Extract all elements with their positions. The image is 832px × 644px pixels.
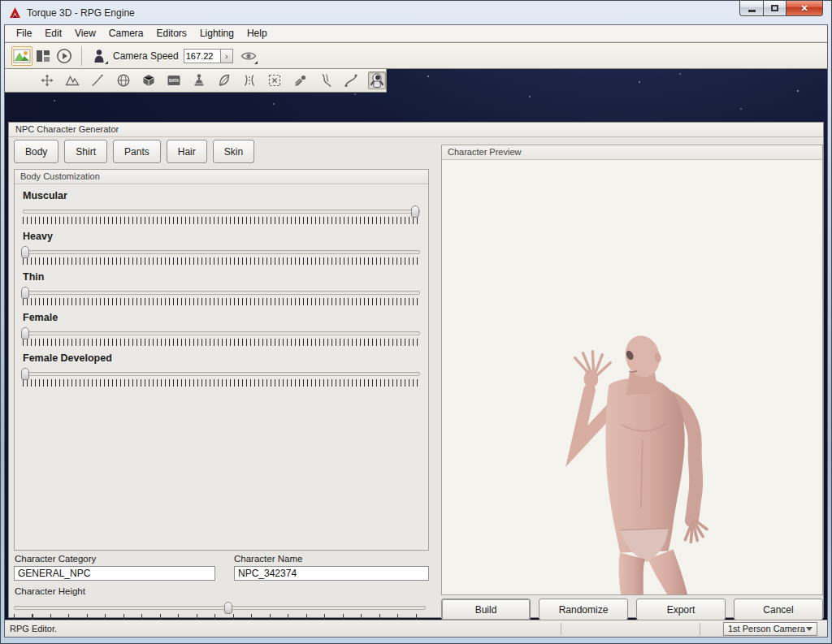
dropdown-corner-icon — [254, 61, 258, 64]
mission-area-editor-button[interactable] — [266, 71, 283, 89]
particle-editor-icon — [293, 73, 308, 88]
path-editor-icon — [344, 73, 358, 88]
height-slider-ticks — [14, 614, 426, 620]
female-slider-handle[interactable] — [21, 327, 29, 339]
slider-thin: Thin — [23, 271, 420, 305]
river-editor-button[interactable] — [318, 71, 334, 89]
muscular-slider-handle[interactable] — [411, 205, 419, 218]
datablock-editor-button[interactable]: DATA — [166, 71, 182, 89]
forest-editor-button[interactable] — [216, 71, 232, 89]
world-editor-icon — [40, 73, 54, 88]
slider-female: Female — [23, 312, 420, 346]
character-category-label: Character Category — [15, 554, 96, 564]
slider-ticks — [23, 379, 420, 387]
thin-slider-handle[interactable] — [21, 287, 29, 299]
gui-editor-icon — [36, 50, 50, 63]
terrain-painter-button[interactable] — [89, 71, 106, 89]
title-bar: Torque 3D - RPG Engine ✕ — [1, 1, 831, 24]
thin-slider-track[interactable] — [23, 291, 420, 295]
menu-file[interactable]: File — [10, 26, 38, 41]
female-developed-slider-track[interactable] — [23, 372, 420, 376]
menu-lighting[interactable]: Lighting — [193, 26, 240, 41]
muscular-slider-track[interactable] — [23, 210, 420, 214]
menu-help[interactable]: Help — [240, 26, 274, 41]
road-editor-icon — [242, 73, 257, 88]
forest-editor-icon — [217, 73, 232, 88]
material-editor-button[interactable] — [115, 71, 131, 89]
build-button[interactable]: Build — [441, 599, 531, 620]
minimize-button[interactable] — [739, 1, 764, 16]
menu-edit[interactable]: Edit — [38, 26, 68, 41]
npc-character-generator-dialog: NPC Character Generator Body Shirt Pants… — [8, 122, 824, 618]
close-button[interactable]: ✕ — [786, 1, 823, 16]
play-icon — [56, 48, 72, 64]
gui-editor-button[interactable] — [32, 46, 54, 66]
female-developed-slider-handle[interactable] — [21, 368, 29, 380]
slider-heavy: Heavy — [23, 231, 420, 265]
camera-speed-spinner[interactable]: › — [221, 49, 233, 63]
decal-editor-button[interactable] — [191, 71, 207, 89]
particle-editor-button[interactable] — [292, 71, 309, 89]
randomize-button[interactable]: Randomize — [539, 599, 628, 620]
character-preview-panel: Character Preview — [441, 145, 823, 595]
camera-mode-dropdown[interactable]: 1st Person Camera — [723, 622, 817, 636]
cancel-button[interactable]: Cancel — [734, 599, 823, 620]
status-bar: RPG Editor. 1st Person Camera — [5, 620, 827, 637]
tab-pants[interactable]: Pants — [113, 140, 161, 163]
body-customization-panel: Body Customization Muscular Heavy — [14, 169, 429, 551]
torque-logo-icon — [8, 6, 22, 19]
export-button[interactable]: Export — [636, 599, 726, 620]
camera-speed-label: Camera Speed — [113, 50, 179, 62]
camera-speed-input[interactable] — [184, 49, 221, 63]
terrain-editor-icon — [65, 73, 80, 88]
female-slider-track[interactable] — [23, 331, 420, 335]
shape-editor-button[interactable] — [141, 71, 157, 89]
main-toolbar: Camera Speed › — [5, 42, 827, 69]
rpg-editor-icon — [369, 72, 385, 89]
maximize-button[interactable] — [764, 1, 786, 16]
slider-ticks — [23, 217, 420, 224]
heavy-slider-track[interactable] — [23, 250, 420, 254]
scene-editor-icon — [13, 49, 31, 63]
dialog-title: NPC Character Generator — [9, 123, 823, 137]
visibility-button[interactable] — [238, 46, 259, 66]
height-slider-track[interactable] — [14, 606, 426, 610]
tab-hair[interactable]: Hair — [167, 140, 207, 163]
play-button[interactable] — [54, 46, 75, 66]
character-name-input[interactable] — [234, 566, 429, 581]
maximize-icon — [771, 5, 778, 11]
character-category-input[interactable] — [14, 566, 215, 581]
tab-skin[interactable]: Skin — [213, 140, 254, 163]
player-camera-button[interactable] — [89, 46, 110, 66]
menu-editors[interactable]: Editors — [150, 26, 193, 41]
scene-editor-button[interactable] — [11, 46, 32, 66]
menu-camera[interactable]: Camera — [102, 26, 150, 41]
chevron-down-icon — [806, 627, 812, 631]
svg-text:DATA: DATA — [169, 79, 180, 83]
editor-tool-strip: DATA — [5, 69, 387, 93]
slider-ticks — [23, 298, 420, 305]
character-preview-viewport[interactable] — [442, 160, 822, 594]
scene-viewport[interactable]: DATA — [5, 69, 827, 620]
close-icon: ✕ — [800, 3, 808, 14]
preview-panel-title: Character Preview — [442, 145, 822, 160]
window-title: Torque 3D - RPG Engine — [27, 7, 135, 19]
rpg-editor-button[interactable] — [368, 71, 386, 89]
menu-bar: File Edit View Camera Editors Lighting H… — [5, 25, 827, 42]
height-slider-handle[interactable] — [224, 602, 232, 614]
terrain-painter-icon — [90, 73, 105, 88]
player-camera-icon — [93, 49, 106, 63]
path-editor-button[interactable] — [343, 71, 359, 89]
world-editor-button[interactable] — [39, 71, 55, 89]
menu-view[interactable]: View — [68, 26, 102, 41]
datablock-editor-icon: DATA — [167, 73, 181, 88]
slider-muscular: Muscular — [23, 190, 420, 224]
road-editor-button[interactable] — [241, 71, 258, 89]
body-panel-title: Body Customization — [15, 170, 428, 184]
terrain-editor-button[interactable] — [64, 71, 80, 89]
status-divider — [700, 623, 700, 635]
tab-shirt[interactable]: Shirt — [64, 140, 107, 163]
dropdown-corner-icon — [105, 61, 108, 64]
tab-body[interactable]: Body — [14, 140, 58, 163]
heavy-slider-handle[interactable] — [21, 246, 29, 258]
